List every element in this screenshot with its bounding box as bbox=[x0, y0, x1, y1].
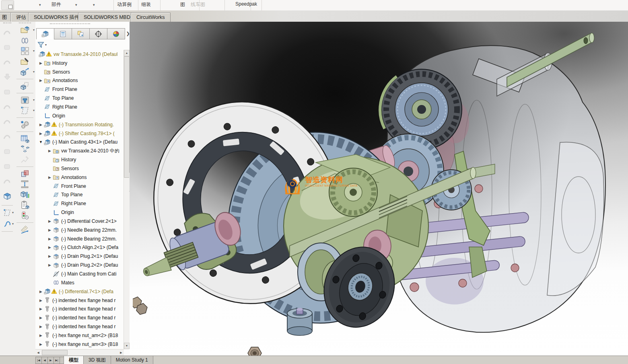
tree-expand-arrow[interactable]: ▶ bbox=[38, 61, 44, 65]
tree-item-differential-7-1-defa[interactable]: ▶(-) Differential.7<1> (Defa bbox=[35, 287, 124, 296]
tree-item-indented-hex-flange-head-r[interactable]: ▶(-) indented hex flange head r bbox=[35, 313, 124, 322]
tree-expand-arrow[interactable]: ▶ bbox=[38, 325, 44, 329]
tab-configurationmanager[interactable] bbox=[72, 28, 90, 39]
ribbon-button-动算例[interactable]: 动算例 bbox=[117, 1, 132, 8]
tree-expand-arrow[interactable]: ▶ bbox=[47, 245, 53, 249]
tree-item-shifter-casting-78-1[interactable]: ▶(-) Shifter Casting.78<1> ( bbox=[35, 129, 124, 138]
boundary-boss-button[interactable] bbox=[0, 189, 14, 204]
curves-dropdown-arrow[interactable]: ▾ bbox=[12, 222, 14, 226]
tree-expand-arrow[interactable]: ▶ bbox=[38, 333, 44, 337]
ribbon-button-部件[interactable]: 部件 bbox=[51, 1, 61, 8]
tree-item-vw-transaxle-24-2010-defaul[interactable]: vw Transaxle.24-2010 (Defaul bbox=[35, 50, 124, 59]
scroll-left-button[interactable]: ◀ bbox=[35, 351, 41, 354]
ribbon-dropdown-arrow[interactable]: ▾ bbox=[39, 3, 41, 7]
tree-expand-arrow[interactable]: ▶ bbox=[38, 123, 44, 127]
tab-nav-button-2[interactable]: ▶ bbox=[47, 357, 54, 364]
assemblyxpert-button[interactable] bbox=[14, 210, 35, 221]
tree-expand-arrow[interactable]: ▶ bbox=[38, 298, 44, 302]
tab-displaymanager[interactable] bbox=[107, 28, 125, 39]
reference-geometry-button[interactable]: ▾ bbox=[0, 207, 14, 218]
assembly-visualization-button[interactable] bbox=[14, 189, 35, 200]
insert-components-dropdown-arrow[interactable]: ▾ bbox=[33, 28, 35, 32]
ribbon-button-speedpak[interactable]: Speedpak bbox=[235, 1, 257, 7]
assembly-features-button[interactable]: ▾ bbox=[14, 95, 35, 105]
bill-of-materials-button[interactable] bbox=[14, 134, 35, 144]
measure-button[interactable] bbox=[14, 224, 35, 235]
interference-detection-button[interactable] bbox=[14, 169, 35, 179]
tree-item-sensors[interactable]: Sensors bbox=[35, 68, 124, 76]
filter-funnel-icon[interactable] bbox=[37, 41, 45, 49]
tree-item-drain-plug-2-1-defau[interactable]: ▶(-) Drain Plug.2<1> (Defau bbox=[35, 252, 124, 261]
tree-expand-arrow[interactable]: ▶ bbox=[47, 175, 53, 179]
tree-item-needle-bearing-22mm[interactable]: ▶(-) Needle Bearing 22mm. bbox=[35, 226, 124, 234]
tree-expand-arrow[interactable]: ▶ bbox=[47, 228, 53, 232]
tab-nav-button-3[interactable]: ▶| bbox=[54, 357, 60, 364]
tree-item-mates[interactable]: Mates bbox=[35, 278, 124, 287]
tree-item-hex-flange-nut-am-2-b18[interactable]: ▶(-) hex flange nut_am<2> (B18 bbox=[35, 331, 124, 340]
tree-item-clutch-align-2-1-defa[interactable]: ▶(-) Clutch Align.2<1> (Defa bbox=[35, 243, 124, 252]
toolbar-grip[interactable] bbox=[3, 23, 11, 24]
command-tab-circuitworks[interactable]: CircuitWorks bbox=[131, 12, 171, 22]
tab-nav-button-0[interactable]: |◀ bbox=[35, 357, 42, 364]
tab-featuremanager-tree[interactable] bbox=[36, 28, 54, 39]
tab-dimxpertmanager[interactable] bbox=[89, 28, 107, 39]
command-tab-solidworks-插件[interactable]: SOLIDWORKS 插件 bbox=[28, 12, 85, 22]
tree-item-origin[interactable]: Origin bbox=[35, 208, 124, 217]
smart-fasteners-button[interactable] bbox=[14, 56, 35, 67]
tree-expand-arrow[interactable]: ▶ bbox=[38, 342, 44, 346]
tree-item-drain-plug-2-2-defau[interactable]: ▶(-) Drain Plug.2<2> (Defau bbox=[35, 261, 124, 269]
ribbon-button-细装[interactable]: 细装 bbox=[141, 1, 151, 8]
tree-expand-arrow[interactable]: ▶ bbox=[38, 307, 44, 311]
tree-expand-arrow[interactable]: ▶ bbox=[38, 290, 44, 294]
reference-geometry-dropdown-arrow[interactable]: ▾ bbox=[33, 109, 35, 112]
reference-geometry-button[interactable]: ▾ bbox=[14, 105, 35, 116]
scroll-right-button[interactable]: ▶ bbox=[118, 351, 124, 354]
tree-item-front-plane[interactable]: Front Plane bbox=[35, 182, 124, 191]
performance-evaluation-button[interactable] bbox=[14, 200, 35, 210]
new-motion-study-button[interactable] bbox=[14, 119, 35, 130]
show-hidden-components-button[interactable] bbox=[14, 81, 35, 91]
tree-item-right-plane[interactable]: Right Plane bbox=[35, 199, 124, 208]
doc-tab-模型[interactable]: 模型 bbox=[64, 356, 84, 364]
tree-item-history[interactable]: History bbox=[35, 155, 124, 164]
tree-vertical-scrollbar[interactable]: ▲ ▼ bbox=[124, 50, 130, 349]
scroll-thumb[interactable] bbox=[124, 56, 130, 178]
tree-item-vw-transaxle-24-2010-中的[interactable]: ▶vw Transaxle.24-2010 中的 bbox=[35, 146, 124, 155]
tree-item-indented-hex-flange-head-r[interactable]: ▶(-) indented hex flange head r bbox=[35, 322, 124, 331]
tree-expand-arrow[interactable]: ▶ bbox=[47, 219, 53, 223]
mate-button[interactable] bbox=[14, 35, 35, 46]
tree-item-indented-hex-flange-head-r[interactable]: ▶(-) indented hex flange head r bbox=[35, 296, 124, 305]
toolbar-grip[interactable] bbox=[19, 23, 31, 24]
tree-expand-arrow[interactable]: ▶ bbox=[47, 149, 53, 153]
command-tab-solidworks-mbd[interactable]: SOLIDWORKS MBD bbox=[78, 12, 136, 22]
scroll-down-button[interactable]: ▼ bbox=[124, 343, 130, 349]
tree-item-transmission-rotating[interactable]: ▶(-) Transmission Rotating. bbox=[35, 120, 124, 129]
tree-expand-arrow[interactable]: ▶ bbox=[38, 78, 44, 82]
model-3d-vw-transaxle[interactable] bbox=[133, 22, 628, 356]
tab-nav-button-1[interactable]: ◀ bbox=[41, 357, 48, 364]
insert-components-button[interactable]: ▾ bbox=[14, 25, 35, 35]
panel-grip[interactable] bbox=[50, 23, 90, 25]
tree-expand-arrow[interactable]: ▶ bbox=[38, 132, 44, 136]
filter-dropdown-arrow[interactable]: ▾ bbox=[45, 43, 47, 47]
ribbon-dropdown-arrow[interactable]: ▾ bbox=[75, 3, 77, 7]
tree-expand-arrow[interactable]: ▼ bbox=[38, 140, 44, 144]
tree-item-top-plane[interactable]: Top Plane bbox=[35, 94, 124, 103]
reference-geometry-dropdown-arrow[interactable]: ▾ bbox=[12, 211, 14, 214]
assembly-features-dropdown-arrow[interactable]: ▾ bbox=[33, 98, 35, 102]
tree-item-annotations[interactable]: ▶Annotations bbox=[35, 173, 124, 182]
graphics-area[interactable]: 智造资料网 INTELLIGENT MANUFACTURING DATA bbox=[130, 22, 628, 356]
move-component-button[interactable]: ▾ bbox=[14, 67, 35, 77]
doc-tab-3d-视图[interactable]: 3D 视图 bbox=[83, 356, 111, 364]
tree-item-history[interactable]: ▶History bbox=[35, 59, 124, 68]
tree-item-origin[interactable]: Origin bbox=[35, 111, 124, 120]
linear-component-pattern-dropdown-arrow[interactable]: ▾ bbox=[33, 49, 35, 53]
tree-item-main-casting-43-1-defau[interactable]: ▼(-) Main Casting.43<1> (Defau bbox=[35, 138, 124, 146]
ribbon-partial-icon[interactable] bbox=[1, 0, 14, 10]
scroll-up-button[interactable]: ▲ bbox=[124, 50, 130, 56]
tree-horizontal-scrollbar[interactable]: ◀ ▶ bbox=[35, 349, 124, 356]
tree-item-differential-cover-2-1[interactable]: ▶(-) Differential Cover.2<1> bbox=[35, 217, 124, 226]
ribbon-dropdown-arrow[interactable]: ▾ bbox=[93, 3, 95, 7]
tree-item-sensors[interactable]: Sensors bbox=[35, 164, 124, 173]
tree-item-main-casting-from-cati[interactable]: (-) Main Casting from Cati bbox=[35, 269, 124, 278]
